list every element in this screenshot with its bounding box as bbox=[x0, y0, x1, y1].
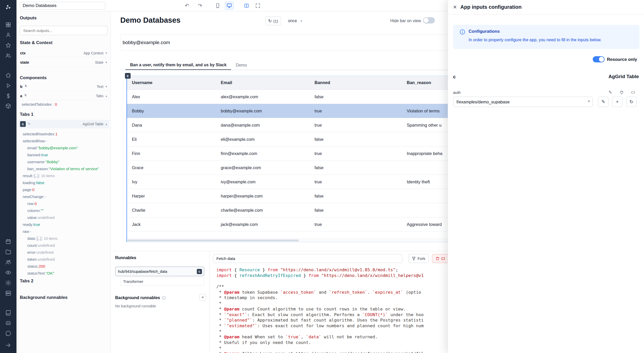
dollar-icon[interactable] bbox=[3, 91, 13, 101]
arrow-right-icon[interactable] bbox=[3, 340, 13, 350]
gear-icon[interactable] bbox=[3, 278, 13, 288]
add-background-runnable-button[interactable]: + bbox=[199, 294, 206, 301]
table-cell: Finn bbox=[127, 146, 216, 160]
cube-icon[interactable] bbox=[3, 101, 13, 111]
interval-select[interactable]: once ▾ bbox=[288, 17, 302, 25]
server-icon[interactable] bbox=[3, 288, 13, 298]
output-tree-row[interactable]: raw : - bbox=[16, 228, 111, 235]
output-tree-row[interactable]: username : "Bobby" bbox=[16, 158, 111, 165]
eye-icon[interactable] bbox=[3, 267, 13, 278]
star-icon[interactable] bbox=[3, 40, 13, 51]
chevron-down-icon[interactable]: ▾ bbox=[105, 60, 107, 64]
refresh-resource-button[interactable]: ↻ bbox=[626, 97, 637, 107]
output-tree-row[interactable]: statusText : "OK" bbox=[16, 270, 111, 277]
desktop-view-button[interactable] bbox=[225, 2, 234, 10]
resource-only-toggle[interactable] bbox=[593, 56, 605, 62]
output-tree-row[interactable]: row : 0 bbox=[16, 200, 111, 207]
play-icon[interactable] bbox=[3, 80, 13, 91]
hide-bar-toggle[interactable] bbox=[423, 17, 435, 23]
edit-resource-button[interactable]: ✎ bbox=[598, 97, 608, 107]
output-tree-row[interactable]: selectedRow : - bbox=[16, 137, 111, 144]
refresh-icon: ↻ bbox=[629, 99, 633, 105]
output-tree-row[interactable]: ready : true bbox=[16, 221, 111, 228]
fork-button[interactable]: Fork bbox=[408, 254, 429, 263]
resource-input-wrap: × bbox=[453, 97, 593, 107]
tab-demo[interactable]: Demo bbox=[231, 60, 251, 70]
add-resource-button[interactable]: + bbox=[612, 97, 622, 107]
column-header[interactable]: Email bbox=[216, 76, 310, 89]
user-icon[interactable] bbox=[3, 30, 13, 40]
home-icon[interactable] bbox=[3, 70, 13, 80]
fullscreen-button[interactable] bbox=[253, 2, 262, 10]
toggle-knob bbox=[423, 18, 429, 23]
output-tree-row[interactable]: selectedRowIndex : 1 bbox=[16, 130, 111, 137]
outputs-panel: Outputs State & Context ctx App Context … bbox=[16, 11, 111, 353]
scrollbar-thumb[interactable] bbox=[128, 240, 299, 241]
book-icon[interactable] bbox=[3, 308, 13, 318]
transformer-item[interactable]: Transformer bbox=[120, 277, 204, 286]
component-row-b[interactable]: b Text ▾ bbox=[18, 83, 109, 91]
tabs2-title[interactable]: Tabs 2 bbox=[20, 278, 33, 284]
pointer-icon[interactable] bbox=[22, 84, 28, 89]
context-row-state[interactable]: state State ▾ bbox=[18, 58, 109, 67]
hide-bar-label: Hide bar on view bbox=[390, 19, 421, 23]
plug-icon[interactable] bbox=[618, 89, 625, 96]
github-icon[interactable] bbox=[3, 328, 13, 339]
resource-path-input[interactable] bbox=[453, 97, 593, 107]
background-runnables-title[interactable]: Background runnables bbox=[20, 295, 67, 300]
output-tree-row[interactable]: page : 0 bbox=[16, 186, 111, 193]
grid-icon[interactable] bbox=[3, 20, 13, 30]
chevron-up-icon[interactable]: ▴ bbox=[105, 122, 107, 126]
output-tree-row[interactable]: column : "" bbox=[16, 207, 111, 214]
component-row-a[interactable]: a Tabs ▴ bbox=[18, 92, 109, 100]
output-tree-row[interactable]: error : undefined bbox=[16, 249, 111, 256]
app-title-input[interactable] bbox=[20, 2, 105, 10]
output-tree-row[interactable]: loading : false bbox=[16, 179, 111, 186]
output-tree-row[interactable]: data : [...]10 items bbox=[16, 235, 111, 242]
table-cell: Alex bbox=[127, 90, 216, 104]
output-tree-row[interactable]: newChange : - bbox=[16, 193, 111, 200]
output-tree-row[interactable]: count : undefined bbox=[16, 242, 111, 249]
table-cell: false bbox=[310, 132, 402, 146]
table-cell: Grace bbox=[127, 161, 216, 175]
calendar-icon[interactable] bbox=[3, 236, 13, 247]
context-row-ctx[interactable]: ctx App Context ▾ bbox=[18, 49, 109, 57]
pointer-icon[interactable] bbox=[22, 93, 28, 98]
component-badge[interactable]: c bbox=[125, 73, 131, 79]
folder-icon[interactable] bbox=[3, 247, 13, 257]
center-layout-button[interactable] bbox=[242, 2, 251, 10]
output-tree-row[interactable]: email : "bobby@example.com" bbox=[16, 144, 111, 151]
code-icon[interactable] bbox=[629, 89, 637, 96]
column-header[interactable]: Username bbox=[127, 76, 216, 89]
component-row-c[interactable]: c ✎ AgGrid Table ▴ bbox=[18, 120, 109, 128]
group-icon[interactable] bbox=[3, 257, 13, 267]
mobile-view-button[interactable] bbox=[213, 2, 222, 10]
runnable-item-fetch-data[interactable]: hub/943/supabase/fetch_data c bbox=[115, 267, 204, 276]
chevron-up-icon[interactable]: ▴ bbox=[105, 94, 107, 98]
selected-tab-index-row[interactable]: selectedTabIndex : 0 bbox=[22, 102, 57, 106]
runnable-name-input[interactable] bbox=[213, 254, 402, 263]
output-tree-row[interactable]: status : 200 bbox=[16, 263, 111, 270]
tab-ban-user[interactable]: Ban a user, notify them by email, and us… bbox=[125, 60, 231, 70]
refresh-button[interactable]: ↻ (1) bbox=[265, 17, 281, 25]
pencil-icon[interactable]: ✎ bbox=[607, 89, 614, 96]
chevron-down-icon[interactable]: ▾ bbox=[105, 51, 107, 55]
auth-input-modes: ✎ bbox=[607, 89, 637, 96]
discord-icon[interactable] bbox=[3, 318, 13, 328]
output-tree-row[interactable]: result : [...]10 items bbox=[16, 172, 111, 179]
column-header[interactable]: Banned bbox=[310, 76, 402, 89]
redo-button[interactable]: ↷ bbox=[196, 2, 205, 10]
users-icon[interactable] bbox=[3, 51, 13, 61]
output-tree-row[interactable]: value : undefined bbox=[16, 214, 111, 221]
chevron-down-icon[interactable]: ▾ bbox=[105, 85, 107, 88]
windmill-logo-icon[interactable] bbox=[3, 2, 13, 12]
output-tree-row[interactable]: banned : true bbox=[16, 151, 111, 158]
pencil-icon[interactable]: ✎ bbox=[28, 122, 31, 126]
close-drawer-button[interactable]: ✕ bbox=[451, 3, 459, 11]
undo-button[interactable]: ↶ bbox=[183, 2, 191, 10]
output-tree-row[interactable]: ban_reason : "Violation of terms of serv… bbox=[16, 165, 111, 172]
app-inputs-drawer: ✕ App inputs configuration Configuration… bbox=[448, 0, 644, 353]
output-tree-row[interactable]: token : undefined bbox=[16, 256, 111, 263]
clear-icon[interactable]: × bbox=[588, 99, 590, 104]
search-outputs-input[interactable] bbox=[20, 26, 107, 35]
